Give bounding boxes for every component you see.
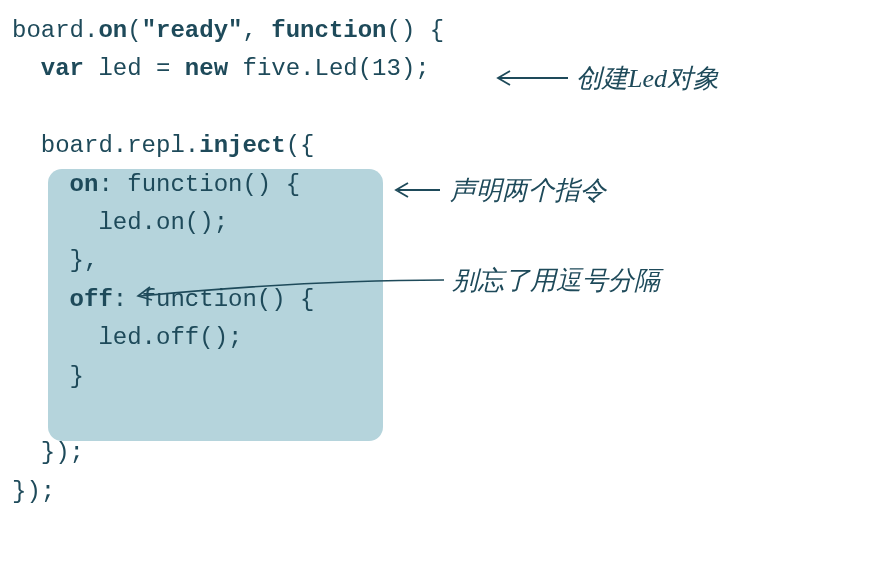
code-token: "ready" — [142, 17, 243, 44]
code-token: } — [12, 363, 84, 390]
arrow-icon — [128, 274, 448, 304]
code-token: board.repl. — [12, 132, 199, 159]
code-token: off — [70, 286, 113, 313]
annotation-declare-commands: 声明两个指令 — [450, 170, 606, 212]
code-token: five.Led(13); — [228, 55, 430, 82]
code-content: board.on("ready", function() { var led =… — [12, 12, 869, 511]
code-token: : function() { — [98, 171, 300, 198]
code-token: }); — [12, 439, 84, 466]
code-token: }); — [12, 478, 55, 505]
code-token: inject — [199, 132, 285, 159]
code-token: new — [185, 55, 228, 82]
code-token: function — [271, 17, 386, 44]
code-token: ( — [127, 17, 141, 44]
code-token: () { — [387, 17, 445, 44]
code-token: , — [242, 17, 271, 44]
annotation-create-led: 创建Led对象 — [576, 58, 719, 100]
code-block: board.on("ready", function() { var led =… — [12, 12, 869, 511]
code-token — [12, 55, 41, 82]
code-token: board. — [12, 17, 98, 44]
code-token: on — [98, 17, 127, 44]
code-token: led.on(); — [12, 209, 228, 236]
code-token: led = — [84, 55, 185, 82]
code-token: }, — [12, 247, 98, 274]
code-token: var — [41, 55, 84, 82]
code-token: on — [70, 171, 99, 198]
arrow-icon — [388, 178, 444, 202]
code-token: led.off(); — [12, 324, 242, 351]
annotation-comma-reminder: 别忘了用逗号分隔 — [452, 260, 660, 302]
code-token — [12, 286, 70, 313]
code-token: ({ — [286, 132, 315, 159]
arrow-icon — [490, 66, 570, 90]
code-token — [12, 171, 70, 198]
